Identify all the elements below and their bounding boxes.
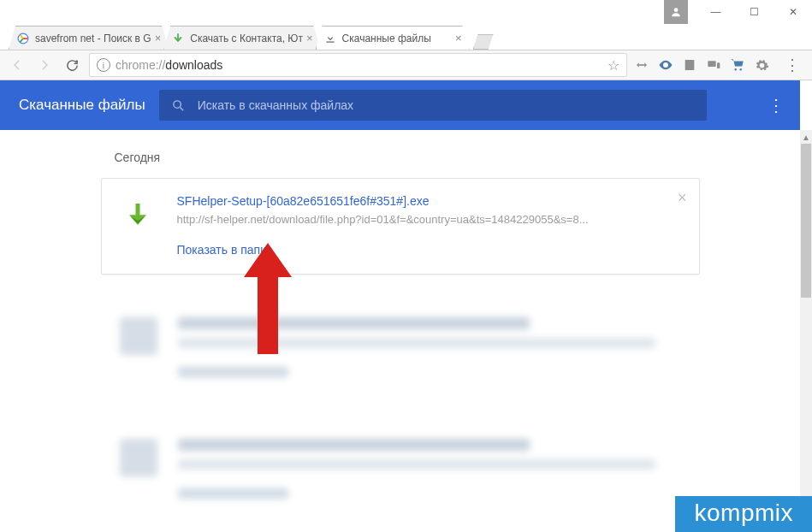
tab-savefrom-search[interactable]: savefrom net - Поиск в G × (9, 26, 169, 50)
address-bar[interactable]: i chrome://downloads ☆ (89, 53, 627, 77)
downloads-list: Сегодня × SFHelper-Setup-[60a82e651651fe… (0, 130, 800, 532)
remove-download-button[interactable]: × (678, 189, 687, 207)
back-button[interactable] (7, 55, 27, 75)
download-filename-link[interactable]: SFHelper-Setup-[60a82e651651fe6f#351#].e… (177, 194, 682, 208)
url-path: downloads (165, 58, 222, 72)
extension-icons (634, 57, 773, 73)
download-item-blurred (101, 420, 700, 517)
window-close-button[interactable]: ✕ (773, 0, 812, 24)
svg-rect-5 (708, 61, 715, 67)
show-in-folder-link[interactable]: Показать в папке (177, 243, 682, 257)
green-arrow-favicon-icon (171, 32, 185, 45)
tab-close-icon[interactable]: × (306, 32, 313, 44)
svg-point-7 (735, 68, 737, 70)
devices-icon[interactable] (706, 57, 721, 73)
file-icon (119, 198, 157, 235)
scroll-thumb[interactable] (801, 144, 811, 298)
window-minimize-button[interactable]: — (696, 0, 735, 24)
svg-point-8 (740, 68, 742, 70)
svg-point-9 (174, 100, 181, 108)
section-today-label: Сегодня (115, 151, 700, 164)
user-avatar-button[interactable] (664, 0, 688, 24)
tab-close-icon[interactable]: × (155, 32, 162, 44)
site-info-icon[interactable]: i (97, 58, 110, 72)
downloads-menu-button[interactable]: ⋮ (768, 95, 785, 115)
watermark: kompmix (675, 496, 812, 532)
pdf-icon[interactable] (682, 57, 697, 73)
tab-strip: savefrom net - Поиск в G × Скачать с Кон… (0, 24, 812, 50)
reload-button[interactable] (62, 55, 82, 75)
tab-close-icon[interactable]: × (455, 32, 462, 44)
chrome-menu-button[interactable]: ⋮ (779, 56, 805, 74)
tab-downloads[interactable]: Скачанные файлы × (316, 26, 470, 50)
svg-rect-6 (717, 62, 720, 68)
new-tab-button[interactable] (473, 34, 494, 50)
toolbar: i chrome://downloads ☆ ⋮ (0, 50, 812, 80)
download-source-url: http://sf-helper.net/download/file.php?i… (177, 213, 682, 226)
svg-point-0 (674, 8, 679, 12)
downloads-search-input[interactable]: Искать в скачанных файлах (159, 90, 707, 121)
page-title: Скачанные файлы (19, 97, 145, 114)
tab-title: Скачанные файлы (342, 33, 452, 44)
window-maximize-button[interactable]: ☐ (735, 0, 773, 24)
forward-button[interactable] (34, 55, 55, 75)
google-favicon-icon (16, 32, 30, 45)
tab-title: Скачать с Контакта, Ют (190, 33, 303, 44)
downloads-header: Скачанные файлы Искать в скачанных файла… (0, 80, 800, 130)
url-scheme: chrome:// (116, 58, 165, 72)
window-titlebar: — ☐ ✕ (0, 0, 812, 24)
sync-icon[interactable] (634, 57, 649, 73)
scrollbar[interactable]: ▲ (800, 130, 812, 532)
search-icon (171, 98, 186, 113)
download-item: × SFHelper-Setup-[60a82e651651fe6f#351#]… (101, 178, 700, 275)
svg-rect-2 (326, 41, 334, 42)
bookmark-star-icon[interactable]: ☆ (608, 57, 619, 74)
cart-icon[interactable] (730, 57, 745, 73)
search-placeholder: Искать в скачанных файлах (198, 98, 353, 112)
download-item-blurred (101, 299, 700, 396)
tab-savefrom-site[interactable]: Скачать с Контакта, Ют × (163, 26, 320, 50)
scroll-up-icon[interactable]: ▲ (800, 130, 812, 144)
svg-point-3 (665, 64, 667, 67)
svg-rect-4 (685, 60, 695, 70)
eye-icon[interactable] (658, 57, 673, 73)
download-favicon-icon (323, 32, 337, 45)
gear-icon[interactable] (754, 57, 769, 73)
tab-title: savefrom net - Поиск в G (35, 33, 151, 44)
